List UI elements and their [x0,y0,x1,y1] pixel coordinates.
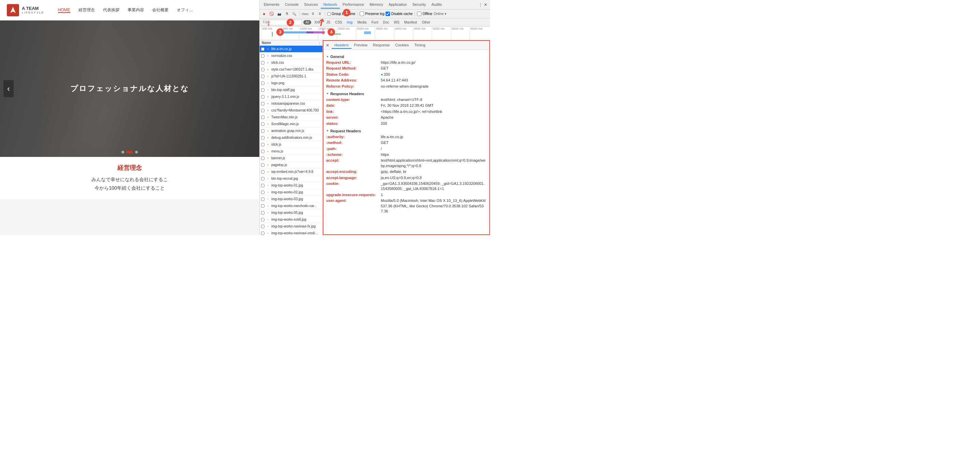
file-checkbox-23[interactable] [261,204,264,208]
dt-tab-network[interactable]: Network [321,1,340,8]
file-item-27[interactable]: ▪ img-top-works-navinavi-credi... [260,230,323,235]
file-checkbox-12[interactable] [261,129,264,133]
file-checkbox-6[interactable] [261,88,264,92]
filter-input[interactable] [261,20,302,25]
request-headers-title[interactable]: Request Headers [326,129,487,133]
file-checkbox-19[interactable] [261,177,264,180]
file-item-18[interactable]: ● wp-embed.min.js?ver=4.9.8 [260,168,323,175]
filter-all-button[interactable]: All [303,20,311,25]
h-tab-response[interactable]: Response [370,42,393,49]
more-tools-icon[interactable]: ⋮ [479,2,482,7]
offline-label[interactable]: Offline [417,11,432,16]
file-item-26[interactable]: ▪ img-top-works-navinavi-fx.jpg [260,223,323,230]
file-item-4[interactable]: ● js?id=UA-111590291-1 [260,73,323,80]
hero-dot-3[interactable] [135,151,138,154]
file-checkbox-13[interactable] [261,136,264,140]
nav-business[interactable]: 事業内容 [127,7,144,13]
filter-doc-button[interactable]: Doc [381,20,391,25]
h-tab-headers[interactable]: Headers [332,42,352,49]
nav-philosophy[interactable]: 経営理念 [78,7,95,13]
file-checkbox-5[interactable] [261,81,264,85]
view-large-icon[interactable]: ⠿ [317,11,323,17]
settings-icon[interactable]: ✕ [484,2,487,7]
clear-button[interactable]: 🚫 [269,11,275,17]
disable-cache-label[interactable]: Disable cache [386,11,412,16]
hero-arrow-left[interactable]: ‹ [3,80,14,97]
file-item-24[interactable]: ▪ img-top-works-05.jpg [260,210,323,216]
file-checkbox-17[interactable] [261,164,264,167]
file-item-14[interactable]: ● slick.js [260,141,323,148]
file-checkbox-9[interactable] [261,109,264,112]
file-item-20[interactable]: ▪ img-top-works-01.jpg [260,182,323,189]
capture-screenshots-button[interactable]: 📷 [276,11,282,17]
file-checkbox-1[interactable] [261,54,264,58]
filter-css-button[interactable]: CSS [333,20,344,25]
file-item-12[interactable]: ● animation.gsap.min.js [260,127,323,134]
file-checkbox-2[interactable] [261,61,264,65]
h-tab-timing[interactable]: Timing [412,42,428,49]
file-checkbox-0[interactable] [261,48,264,51]
general-section-title[interactable]: General [326,55,487,59]
file-item-21[interactable]: ▪ img-top-works-02.jpg [260,189,323,196]
file-item-2[interactable]: ● slick.css [260,59,323,66]
file-checkbox-20[interactable] [261,184,264,187]
h-tab-preview[interactable]: Preview [352,42,370,49]
file-item-1[interactable]: ● normalize.css [260,52,323,59]
nav-greeting[interactable]: 代表挨拶 [103,7,119,13]
file-item-19[interactable]: ▪ btn-top-recruit.jpg [260,175,323,182]
file-list[interactable]: Name ↓ ● life.a-tm.co.jp ● normalize.css… [260,40,323,235]
view-rows-icon[interactable]: ⠿ [310,11,316,17]
headers-panel[interactable]: ✕ Headers Preview Response Cookies Timin… [323,40,490,235]
nav-office[interactable]: オフィ… [177,7,193,13]
file-item-23[interactable]: ▪ img-top-works-naruhodo-car... [260,203,323,210]
group-by-frame-label[interactable]: Group by frame [327,12,355,16]
filter-xhr-button[interactable]: XHR [313,20,323,25]
disable-cache-checkbox[interactable] [386,11,390,16]
group-by-frame-checkbox[interactable] [327,12,331,16]
dt-tab-application[interactable]: Application [386,1,410,8]
file-checkbox-7[interactable] [261,95,264,98]
sort-icon[interactable]: ↓ [319,41,321,45]
dt-tab-performance[interactable]: Performance [340,1,367,8]
filter-media-button[interactable]: Media [356,20,368,25]
file-checkbox-16[interactable] [261,157,264,160]
file-item-10[interactable]: ● TweenMax.min.js [260,114,323,121]
filter-js-button[interactable]: JS [325,20,332,25]
file-checkbox-22[interactable] [261,197,264,201]
headers-close-button[interactable]: ✕ [325,43,330,48]
file-item-25[interactable]: ▪ img-top-works-soldi.jpg [260,216,323,223]
file-checkbox-15[interactable] [261,150,264,153]
file-item-6[interactable]: ▪ btn-top-staff.jpg [260,87,323,94]
file-item-17[interactable]: ● pagetop.js [260,162,323,168]
filter-manifest-button[interactable]: Manifest [402,20,419,25]
file-checkbox-10[interactable] [261,116,264,119]
filter-icon[interactable]: ⚗ [283,11,290,17]
search-icon[interactable]: 🔍 [291,11,297,17]
file-item-15[interactable]: ● menu.js [260,148,323,155]
preserve-log-checkbox[interactable] [360,11,364,16]
dt-tab-console[interactable]: Console [282,1,301,8]
file-item-16[interactable]: ● banner.js [260,155,323,162]
h-tab-cookies[interactable]: Cookies [392,42,412,49]
filter-other-button[interactable]: Other [420,20,432,25]
file-item-7[interactable]: ● jquery-3.1.1.min.js [260,94,323,100]
record-button[interactable]: ● [261,11,267,17]
dt-tab-sources[interactable]: Sources [301,1,320,8]
filter-font-button[interactable]: Font [369,20,380,25]
filter-ws-button[interactable]: WS [392,20,401,25]
file-checkbox-21[interactable] [261,191,264,194]
file-item-5[interactable]: ▪ logo.png [260,80,323,87]
file-checkbox-27[interactable] [261,232,264,235]
file-item-0[interactable]: ● life.a-tm.co.jp [260,46,323,52]
file-checkbox-3[interactable] [261,68,264,71]
file-checkbox-18[interactable] [261,170,264,174]
offline-checkbox[interactable] [417,11,422,16]
hero-dot-1[interactable] [121,151,124,154]
dt-tab-audits[interactable]: Audits [429,1,445,8]
filter-img-button[interactable]: Img [345,20,354,25]
file-item-13[interactable]: ● debug.addIndicators.min.js [260,134,323,141]
response-headers-title[interactable]: Response Headers [326,92,487,96]
file-checkbox-11[interactable] [261,122,264,126]
online-dropdown[interactable]: Online ▾ [434,12,446,16]
file-item-3[interactable]: ● style.css?ver=180327.1.dks [260,66,323,73]
